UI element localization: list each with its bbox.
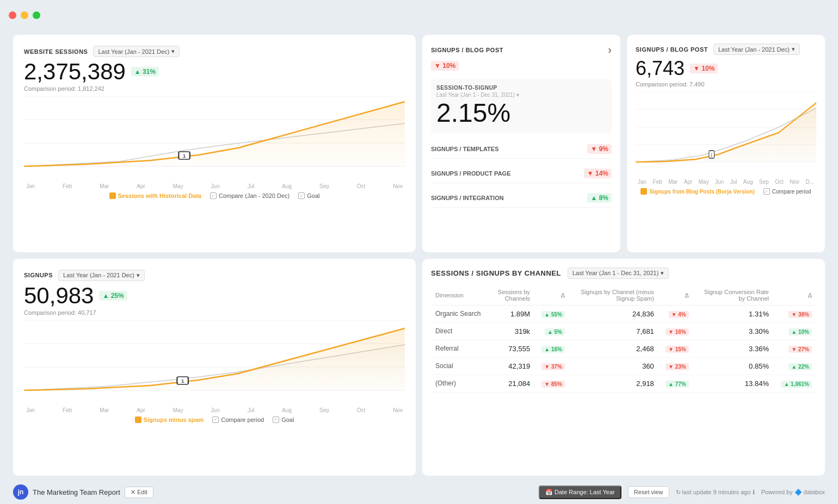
cell-rate-delta: ▲ 1,061% [773,375,816,392]
cell-sessions: 21,084 [490,375,534,392]
col-sessions-delta: Δ [534,285,569,306]
signups-blog-card: SIGNUPS / BLOG POST Last Year (Jan - 202… [627,35,825,252]
cell-sessions: 73,555 [490,340,534,357]
signups-blog-chart: 1 [636,92,816,179]
svg-text:1: 1 [711,152,712,158]
col-rate-delta: Δ [773,285,816,306]
cell-signups-delta: ▼ 23% [658,357,693,375]
signups-product[interactable]: SIGNUPS / PRODUCT PAGE ▼ 14% [431,164,612,183]
cell-rate: 13.84% [693,375,773,392]
cell-rate: 3.30% [693,322,773,340]
signups-dropdown[interactable]: Last Year (Jan - 2021 Dec) ▾ [58,270,145,281]
reset-view-button[interactable]: Reset view [628,486,669,498]
cell-sessions-delta: ▲ 55% [534,305,569,322]
cell-dimension: Social [431,357,490,375]
sessions-channel-title: SESSIONS / SIGNUPS BY CHANNEL [431,269,561,277]
signups-blog-comparison: Comparison period: 7,490 [636,81,816,88]
legend-blog-posts[interactable]: Signups from Blog Posts (Borja Version) [640,188,754,195]
signups-x-labels: JanFebMarAprMay JunJulAugSepOctNov [24,407,405,413]
legend-sessions-historical[interactable]: Sessions with Historical Data [109,192,201,199]
signups-nav-title: SIGNUPS / BLOG POST [431,47,503,53]
website-sessions-card: WEBSITE SESSIONS Last Year (Jan - 2021 D… [13,35,416,252]
cell-rate-delta: ▼ 27% [773,340,816,357]
signups-title: SIGNUPS [24,272,53,278]
conversion-value: 2.15% [436,98,606,128]
cell-sessions: 1.89M [490,305,534,322]
website-sessions-dropdown[interactable]: Last Year (Jan - 2021 Dec) ▾ [93,46,180,57]
table-row: (Other) 21,084 ▼ 85% 2,918 ▲ 77% 13.84% … [431,375,816,392]
svg-text:1: 1 [182,153,186,159]
signups-integration[interactable]: SIGNUPS / INTEGRATION ▲ 8% [431,189,612,208]
cell-signups: 24,836 [569,305,658,322]
nav-arrow[interactable]: › [608,43,612,56]
cell-dimension: Direct [431,322,490,340]
legend-compare[interactable]: ✓ Compare (Jan - 2020 Dec) [210,192,289,199]
date-range-button[interactable]: 📅 Date Range: Last Year [539,486,621,499]
signups-blog-badge: ▼ 10% [690,64,718,73]
cell-signups-delta: ▼ 15% [658,340,693,357]
col-rate: Signup Conversion Rateby Channel [693,285,773,306]
cell-rate: 1.31% [693,305,773,322]
brand-logo: jn [13,484,28,500]
last-update: ↻ last update 9 minutes ago ℹ [676,489,755,496]
edit-button[interactable]: ✕ Edit [125,487,153,498]
signups-blog-x-labels: JanFebMarAprMay JunJulAugSepOctNovD... [636,179,816,185]
main-content: WEBSITE SESSIONS Last Year (Jan - 2021 D… [0,30,838,480]
titlebar [0,0,838,30]
minimize-button[interactable] [21,11,28,19]
legend-signups-spam[interactable]: Signups minus spam [135,416,204,423]
report-title: The Marketing Team Report [33,488,120,496]
cell-signups: 360 [569,357,658,375]
signups-blog-dropdown[interactable]: Last Year (Jan - 2021 Dec) ▾ [713,43,800,55]
website-sessions-badge: ▲ 31% [131,67,159,77]
footer-left: jn The Marketing Team Report ✕ Edit [13,484,532,500]
signups-comparison: Comparison period: 40,717 [24,309,405,316]
cell-rate: 3.36% [693,340,773,357]
signups-legend: Signups minus spam ✓ Compare period ✓ Go… [24,416,405,423]
legend-compare-period[interactable]: ✓ Compare period [763,188,811,195]
cell-dimension: Referral [431,340,490,357]
col-signups-delta: Δ [658,285,693,306]
session-to-signup-label: SESSION-TO-SIGNUP [436,85,606,91]
signups-nav-badge: ▼ 10% [431,61,459,71]
website-sessions-x-labels: JanFebMarAprMay JunJulAugSepOctNov [24,183,405,189]
table-header-row: Dimension Sessions byChannels Δ Signups … [431,285,816,306]
signups-chart: 1 [24,320,405,407]
col-sessions: Sessions byChannels [490,285,534,306]
legend-compare-period-2[interactable]: ✓ Compare period [212,416,264,423]
table-row: Referral 73,555 ▲ 16% 2,468 ▼ 15% 3.36% … [431,340,816,357]
signups-blog-legend: Signups from Blog Posts (Borja Version) … [636,188,816,195]
close-button[interactable] [9,11,16,19]
footer: jn The Marketing Team Report ✕ Edit 📅 Da… [0,480,838,504]
table-row: Social 42,319 ▼ 37% 360 ▼ 23% 0.85% ▲ 22… [431,357,816,375]
session-period: Last Year (Jan 1 - Dec 31, 2021) ▾ [436,92,606,98]
cell-sessions: 319k [490,322,534,340]
cell-signups: 2,468 [569,340,658,357]
middle-section: SIGNUPS / BLOG POST › ▼ 10% SESSION-TO-S… [422,35,825,252]
signups-blog-title: SIGNUPS / BLOG POST [636,46,708,53]
signups-templates[interactable]: SIGNUPS / TEMPLATES ▼ 9% [431,140,612,159]
cell-signups-delta: ▼ 16% [658,322,693,340]
svg-text:1: 1 [181,378,184,384]
signups-blog-value: 6,743 [636,57,685,80]
powered-by: Powered by 🔷 databox [761,489,825,496]
table-row: Organic Search 1.89M ▲ 55% 24,836 ▼ 4% 1… [431,305,816,322]
cell-rate: 0.85% [693,357,773,375]
cell-sessions-delta: ▼ 37% [534,357,569,375]
website-sessions-title: WEBSITE SESSIONS [24,48,88,55]
signups-value: 50,983 [24,283,94,308]
cell-sessions-delta: ▲ 16% [534,340,569,357]
cell-signups: 2,918 [569,375,658,392]
cell-sessions-delta: ▼ 85% [534,375,569,392]
table-row: Direct 319k ▲ 5% 7,681 ▼ 16% 3.30% ▲ 10% [431,322,816,340]
cell-signups: 7,681 [569,322,658,340]
sessions-channel-dropdown[interactable]: Last Year (Jan 1 - Dec 31, 2021) ▾ [568,267,669,279]
col-dimension: Dimension [431,285,490,306]
signups-badge: ▲ 25% [99,291,127,301]
cell-sessions-delta: ▲ 5% [534,322,569,340]
sessions-by-channel-card: SESSIONS / SIGNUPS BY CHANNEL Last Year … [422,259,825,476]
cell-dimension: Organic Search [431,305,490,322]
maximize-button[interactable] [33,11,40,19]
legend-goal[interactable]: ✓ Goal [298,192,319,199]
legend-goal-2[interactable]: ✓ Goal [273,416,294,423]
